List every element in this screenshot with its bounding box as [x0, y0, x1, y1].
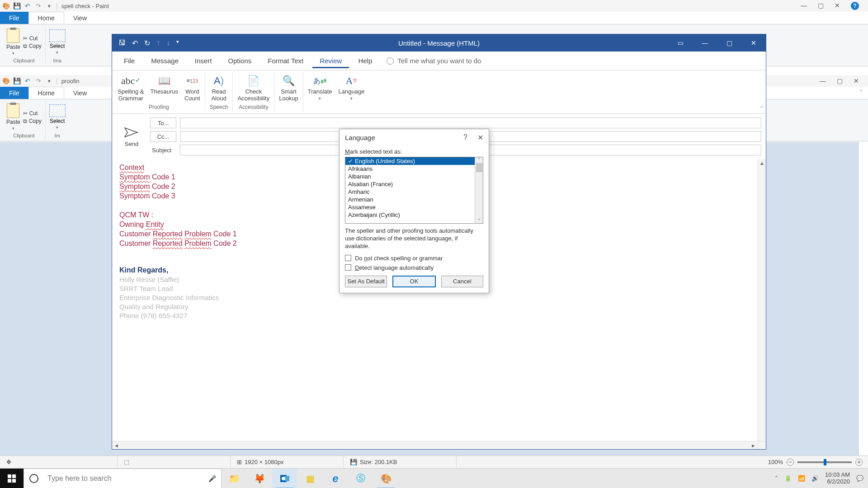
paint2-tab-file[interactable]: File [0, 87, 28, 99]
ribbon-options-icon[interactable]: ▭ [668, 34, 693, 52]
language-list-scrollbar[interactable]: ˄ ˅ [475, 157, 483, 223]
down-arrow-icon[interactable]: ↓ [166, 39, 170, 47]
ok-button[interactable]: OK [392, 276, 435, 287]
ribbon-collapse-icon[interactable]: ˄ [854, 87, 868, 99]
undo-icon[interactable]: ↶ [132, 39, 138, 47]
language-item[interactable]: Afrikaans [345, 165, 475, 173]
qat-dropdown-icon[interactable]: ▾ [45, 77, 53, 85]
volume-icon[interactable]: 🔊 [811, 475, 819, 482]
taskbar-clock[interactable]: 10:03 AM 6/2/2020 [825, 472, 850, 485]
select-button[interactable]: Select ▾ [49, 29, 66, 55]
battery-icon[interactable]: 🔋 [784, 475, 792, 482]
cc-button[interactable]: Cc... [150, 131, 176, 142]
close-icon[interactable]: ✕ [477, 133, 483, 142]
microphone-icon[interactable]: 🎤 [203, 475, 221, 482]
check-accessibility-button[interactable]: 📄 Check Accessibility [237, 74, 269, 102]
maximize-icon[interactable]: ▢ [818, 2, 824, 10]
word-count-button[interactable]: ≡123 Word Count [184, 74, 200, 102]
zoom-out-icon[interactable]: − [787, 459, 794, 466]
copy-button[interactable]: ⧉Copy [23, 118, 42, 124]
tab-insert[interactable]: Insert [188, 53, 219, 68]
scroll-right-icon[interactable]: ► [751, 443, 756, 448]
zoom-in-icon[interactable]: + [855, 459, 863, 466]
translate-button[interactable]: あ⇄ Translate ▾ [308, 74, 332, 101]
tab-help[interactable]: Help [351, 53, 379, 68]
read-aloud-button[interactable]: A) Read Aloud [211, 74, 226, 102]
zoom-control[interactable]: 100% − + [768, 459, 868, 466]
cancel-button[interactable]: Cancel [441, 276, 483, 287]
close-icon[interactable]: ✕ [741, 34, 766, 52]
zoom-slider[interactable] [797, 461, 852, 463]
paste-button[interactable]: Paste ▾ [6, 28, 20, 56]
outlook-hscrollbar[interactable]: ◄ ► [112, 441, 758, 449]
do-not-check-checkbox[interactable]: Do not check spelling or grammar [345, 255, 483, 262]
language-item[interactable]: Azerbaijani (Cyrillic) [345, 211, 475, 219]
select-button[interactable]: Select ▾ [49, 104, 66, 130]
tab-message[interactable]: Message [144, 53, 186, 68]
qat-customize-icon[interactable]: ▾ [176, 39, 179, 47]
maximize-icon[interactable]: ▢ [717, 34, 741, 52]
redo-icon[interactable]: ↻ [144, 39, 150, 47]
redo-icon[interactable]: ↷ [34, 77, 42, 85]
paint2-tab-view[interactable]: View [64, 87, 96, 99]
file-explorer-icon[interactable]: 📁 [222, 469, 247, 488]
cut-button[interactable]: ✂Cut [23, 35, 42, 42]
save-icon[interactable]: 🖫 [118, 39, 126, 47]
tell-me-search[interactable]: Tell me what you want to do [387, 57, 481, 65]
minimize-icon[interactable]: — [820, 77, 826, 84]
wifi-icon[interactable]: 📶 [798, 475, 805, 482]
tab-format-text[interactable]: Format Text [260, 53, 311, 68]
minimize-icon[interactable]: — [801, 2, 807, 10]
redo-icon[interactable]: ↷ [34, 2, 42, 10]
set-default-button[interactable]: Set As Default [345, 276, 387, 287]
cut-button[interactable]: ✂Cut [23, 110, 42, 117]
tab-options[interactable]: Options [221, 53, 259, 68]
help-icon[interactable]: ? [463, 133, 467, 142]
spelling-grammar-button[interactable]: abc✓ Spelling & Grammar [118, 74, 144, 102]
language-listbox[interactable]: ✓English (United States) Afrikaans Alban… [345, 157, 483, 224]
notifications-icon[interactable]: 💬 [856, 475, 863, 482]
paint-icon[interactable]: 🎨 [373, 469, 399, 488]
internet-explorer-icon[interactable]: e [323, 469, 348, 488]
smart-lookup-button[interactable]: 🔍 Smart Lookup [279, 74, 298, 102]
language-item[interactable]: Assamese [345, 203, 475, 211]
send-button[interactable]: Send [117, 117, 146, 155]
paint-tab-file[interactable]: File [0, 12, 28, 24]
outlook-icon[interactable] [272, 469, 297, 488]
thesaurus-button[interactable]: 📖 Thesaurus [151, 74, 178, 95]
scroll-left-icon[interactable]: ◄ [114, 443, 119, 448]
sticky-notes-icon[interactable]: ▦ [297, 469, 323, 488]
save-icon[interactable]: 💾 [13, 2, 21, 10]
firefox-icon[interactable]: 🦊 [247, 469, 272, 488]
start-button[interactable] [0, 469, 24, 488]
tray-chevron-icon[interactable]: ˄ [775, 475, 778, 482]
language-item-selected[interactable]: ✓English (United States) [345, 157, 475, 165]
cortana-icon[interactable] [24, 474, 44, 483]
minimize-icon[interactable]: — [693, 34, 717, 52]
to-field[interactable] [180, 117, 761, 128]
ribbon-collapse-icon[interactable]: ˄ [760, 106, 763, 112]
to-button[interactable]: To... [150, 117, 176, 128]
language-item[interactable]: Albanian [345, 173, 475, 180]
copy-button[interactable]: ⧉Copy [23, 43, 42, 49]
close-icon[interactable]: ✕ [835, 2, 840, 10]
language-item[interactable]: Alsatian (France) [345, 180, 475, 188]
undo-icon[interactable]: ↶ [24, 2, 32, 10]
taskbar-search[interactable]: Type here to search 🎤 [24, 469, 222, 488]
undo-icon[interactable]: ↶ [24, 77, 32, 85]
language-dialog-titlebar[interactable]: Language ? ✕ [340, 129, 489, 145]
tab-review[interactable]: Review [312, 53, 349, 68]
paint-tab-home[interactable]: Home [28, 12, 64, 24]
up-arrow-icon[interactable]: ↑ [156, 39, 160, 47]
detect-language-checkbox[interactable]: Detect language automatically [345, 264, 483, 271]
skype-icon[interactable]: Ⓢ [348, 469, 373, 488]
paint2-tab-home[interactable]: Home [28, 87, 64, 99]
help-icon[interactable]: ? [851, 2, 859, 10]
tab-file[interactable]: File [117, 53, 142, 68]
close-icon[interactable]: ✕ [854, 77, 859, 84]
save-icon[interactable]: 💾 [13, 77, 21, 85]
qat-dropdown-icon[interactable]: ▾ [45, 2, 53, 10]
maximize-icon[interactable]: ▢ [837, 77, 843, 84]
paint-tab-view[interactable]: View [64, 12, 96, 24]
paste-button[interactable]: Paste ▾ [6, 103, 20, 131]
